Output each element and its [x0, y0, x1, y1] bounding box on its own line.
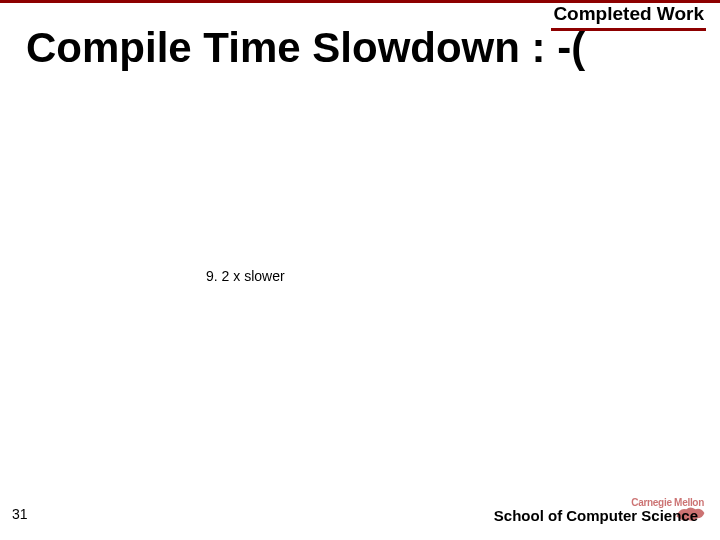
slowdown-note: 9. 2 x slower	[206, 268, 285, 284]
slide-title: Compile Time Slowdown : -(	[26, 24, 585, 72]
slide: Completed Work Compile Time Slowdown : -…	[0, 0, 720, 540]
footer-school: School of Computer Science	[494, 507, 698, 524]
page-number: 31	[12, 506, 28, 522]
